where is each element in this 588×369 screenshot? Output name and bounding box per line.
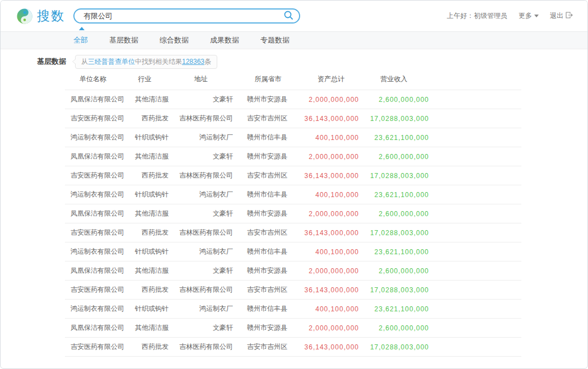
cell-industry: 其他清洁服 — [121, 261, 169, 281]
column-header: 营业收入 — [359, 70, 429, 90]
cell-region: 赣州市信丰县 — [233, 128, 303, 147]
cell-industry: 其他清洁服 — [121, 90, 169, 109]
cell-address: 吉林医药有限公司 — [169, 338, 233, 357]
cell-industry: 西药批发 — [121, 223, 169, 242]
table-row[interactable]: 吉安医药有限公司西药批发吉林医药有限公司吉安市吉州区36,143,000,000… — [65, 166, 521, 185]
cell-address: 鸿运制衣厂 — [169, 300, 233, 319]
search-icon — [283, 10, 293, 22]
cell-region: 赣州市安源县 — [233, 319, 303, 338]
cell-address: 文豪轩 — [169, 147, 233, 166]
cell-name: 吉安医药有限公司 — [65, 223, 121, 242]
tab-item-1[interactable]: 基层数据 — [109, 35, 138, 45]
cell-revenue: 2,600,000,000 — [359, 147, 429, 166]
table-row[interactable]: 鸿运制衣有限公司针织或钩针鸿运制衣厂赣州市信丰县400,100,00023,62… — [65, 185, 521, 204]
cell-revenue: 17,0288,003,000 — [359, 281, 429, 300]
cell-name: 吉安医药有限公司 — [65, 281, 121, 300]
tab-bar: 全部基层数据综合数据成果数据专题数据 — [1, 31, 587, 49]
cell-region: 吉安市吉州区 — [233, 109, 303, 128]
column-header: 地址 — [169, 70, 233, 90]
cell-revenue: 23,621,100,000 — [359, 185, 429, 204]
search-button[interactable] — [283, 10, 293, 22]
census-source-link[interactable]: 三经普普查单位 — [88, 58, 135, 66]
cell-assets: 2,000,000,000 — [303, 204, 359, 223]
table-row[interactable]: 吉安医药有限公司西药批发吉林医药有限公司吉安市吉州区36,143,000,000… — [65, 109, 521, 128]
cell-industry: 西药批发 — [121, 338, 169, 357]
section-row: 基层数据 从三经普普查单位中找到相关结果128363条 — [37, 55, 587, 68]
cell-name: 凤凰保洁有限公司 — [65, 204, 121, 223]
cell-filler — [429, 185, 521, 204]
cell-revenue: 17,0288,003,000 — [359, 223, 429, 242]
search-bar — [73, 8, 300, 24]
chevron-down-icon — [534, 15, 539, 17]
cell-industry: 针织或钩针 — [121, 185, 169, 204]
cell-filler — [429, 338, 521, 357]
cell-name: 凤凰保洁有限公司 — [65, 90, 121, 109]
cell-assets: 36,143,000,000 — [303, 166, 359, 185]
tab-item-4[interactable]: 专题数据 — [260, 35, 290, 45]
table-row[interactable]: 吉安医药有限公司西药批发吉林医药有限公司吉安市吉州区36,143,000,000… — [65, 281, 521, 300]
cell-revenue: 23,621,100,000 — [359, 242, 429, 261]
tab-item-2[interactable]: 综合数据 — [160, 35, 189, 45]
column-header: 单位名称 — [65, 70, 121, 90]
column-header: 行业 — [121, 70, 169, 90]
search-input[interactable] — [82, 11, 283, 21]
column-header: 所属省市 — [233, 70, 303, 90]
cell-assets: 400,100,000 — [303, 185, 359, 204]
tab-item-3[interactable]: 成果数据 — [210, 35, 239, 45]
tab-all[interactable]: 全部 — [73, 35, 88, 45]
cell-industry: 针织或钩针 — [121, 128, 169, 147]
cell-name: 鸿运制衣有限公司 — [65, 242, 121, 261]
cell-filler — [429, 166, 521, 185]
header: 搜数 上午好：初级管理员 更多 退出 — [1, 1, 587, 31]
logo[interactable]: 搜数 — [16, 7, 65, 25]
cell-name: 鸿运制衣有限公司 — [65, 185, 121, 204]
cell-filler — [429, 204, 521, 223]
cell-address: 吉林医药有限公司 — [169, 281, 233, 300]
table-row[interactable]: 吉安医药有限公司西药批发吉林医药有限公司吉安市吉州区36,143,000,000… — [65, 223, 521, 242]
cell-address: 吉林医药有限公司 — [169, 109, 233, 128]
cell-address: 鸿运制衣厂 — [169, 185, 233, 204]
result-mid: 中找到相关结果 — [135, 58, 182, 66]
section-title: 基层数据 — [37, 57, 66, 67]
cell-industry: 其他清洁服 — [121, 319, 169, 338]
cell-industry: 针织或钩针 — [121, 242, 169, 261]
more-button[interactable]: 更多 — [519, 11, 539, 21]
table-row[interactable]: 凤凰保洁有限公司其他清洁服文豪轩赣州市安源县2,000,000,0002,600… — [65, 261, 521, 281]
cell-industry: 西药批发 — [121, 166, 169, 185]
logout-button[interactable]: 退出 — [550, 11, 573, 21]
cell-name: 吉安医药有限公司 — [65, 338, 121, 357]
table-row[interactable]: 凤凰保洁有限公司其他清洁服文豪轩赣州市安源县2,000,000,0002,600… — [65, 90, 521, 109]
cell-name: 凤凰保洁有限公司 — [65, 147, 121, 166]
result-prefix: 从 — [81, 58, 88, 66]
table-row[interactable]: 凤凰保洁有限公司其他清洁服文豪轩赣州市安源县2,000,000,0002,600… — [65, 319, 521, 338]
table-row[interactable]: 鸿运制衣有限公司针织或钩针鸿运制衣厂赣州市信丰县400,100,00023,62… — [65, 242, 521, 261]
cell-assets: 36,143,000,000 — [303, 109, 359, 128]
cell-assets: 36,143,000,000 — [303, 223, 359, 242]
cell-name: 凤凰保洁有限公司 — [65, 261, 121, 281]
table-row[interactable]: 凤凰保洁有限公司其他清洁服文豪轩赣州市安源县2,000,000,0002,600… — [65, 204, 521, 223]
cell-revenue: 2,600,000,000 — [359, 204, 429, 223]
cell-region: 赣州市安源县 — [233, 204, 303, 223]
result-count-link[interactable]: 128363 — [182, 58, 204, 66]
table-row[interactable]: 吉安医药有限公司西药批发吉林医药有限公司吉安市吉州区36,143,000,000… — [65, 338, 521, 357]
cell-filler — [429, 90, 521, 109]
cell-assets: 400,100,000 — [303, 128, 359, 147]
table-row[interactable]: 鸿运制衣有限公司针织或钩针鸿运制衣厂赣州市信丰县400,100,00023,62… — [65, 300, 521, 319]
cell-industry: 其他清洁服 — [121, 204, 169, 223]
header-right: 上午好：初级管理员 更多 退出 — [447, 11, 573, 21]
page: 搜数 上午好：初级管理员 更多 退出 — [0, 0, 588, 369]
table-row[interactable]: 鸿运制衣有限公司针织或钩针鸿运制衣厂赣州市信丰县400,100,00023,62… — [65, 128, 521, 147]
cell-revenue: 23,621,100,000 — [359, 300, 429, 319]
table-row[interactable]: 凤凰保洁有限公司其他清洁服文豪轩赣州市安源县2,000,000,0002,600… — [65, 147, 521, 166]
cell-revenue: 17,0288,003,000 — [359, 166, 429, 185]
cell-assets: 2,000,000,000 — [303, 90, 359, 109]
cell-region: 赣州市安源县 — [233, 261, 303, 281]
cell-revenue: 17,0288,003,000 — [359, 109, 429, 128]
app-title: 搜数 — [37, 7, 65, 25]
cell-region: 赣州市安源县 — [233, 90, 303, 109]
cell-region: 赣州市信丰县 — [233, 300, 303, 319]
cell-address: 吉林医药有限公司 — [169, 166, 233, 185]
greeting-text: 上午好：初级管理员 — [447, 11, 507, 21]
cell-name: 吉安医药有限公司 — [65, 109, 121, 128]
cell-industry: 其他清洁服 — [121, 147, 169, 166]
